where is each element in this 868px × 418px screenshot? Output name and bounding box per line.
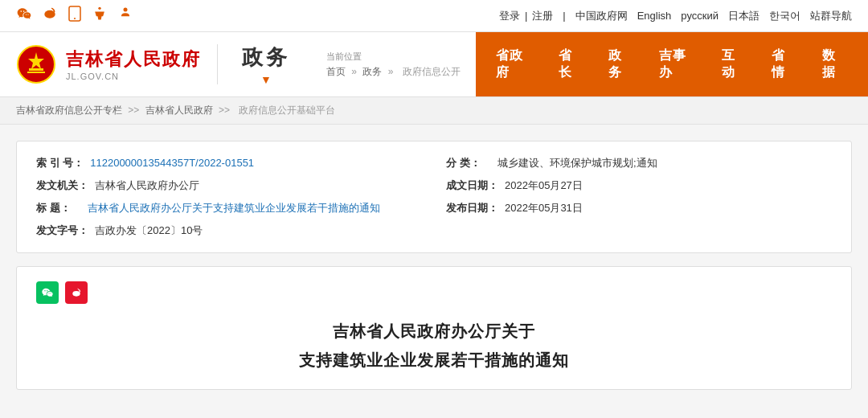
- english-link[interactable]: English: [637, 10, 672, 22]
- index-value[interactable]: 11220000013544357T/2022-01551: [90, 157, 254, 169]
- doc-title-line2: 支持建筑业企业发展若干措施的通知: [36, 346, 832, 375]
- docnum-value: 吉政办发〔2022〕10号: [95, 223, 203, 238]
- wechat-icon[interactable]: [16, 6, 32, 26]
- share-wechat-button[interactable]: [36, 281, 59, 304]
- second-breadcrumb-bar: 吉林省政府信息公开专栏 >> 吉林省人民政府 >> 政府信息公开基础平台: [0, 96, 868, 125]
- date-label: 成文日期：: [446, 178, 498, 193]
- doc-share-icons: [36, 281, 832, 304]
- second-breadcrumb-item1[interactable]: 吉林省政府信息公开专栏: [16, 104, 122, 116]
- category-row: 分 类： 城乡建设、环境保护城市规划;通知: [446, 156, 832, 170]
- weibo-icon[interactable]: [42, 6, 58, 26]
- nav-item-data[interactable]: 数据: [810, 32, 860, 96]
- breadcrumb-item2: 政府信息公开: [403, 66, 461, 77]
- divider1: |: [525, 10, 527, 22]
- nav-item-province-gov[interactable]: 省政府: [484, 32, 547, 96]
- second-breadcrumb-item2[interactable]: 吉林省人民政府: [145, 104, 213, 116]
- category-value: 城乡建设、环境保护城市规划;通知: [497, 156, 657, 170]
- logo-subtitle: JL.GOV.CN: [66, 72, 201, 81]
- category-label: 分 类：: [446, 156, 491, 170]
- doc-title-line1: 吉林省人民政府办公厅关于: [36, 317, 832, 346]
- zhengwu-text: 政务: [242, 43, 290, 72]
- second-breadcrumb-sep1: >>: [128, 104, 139, 116]
- breadcrumb-home[interactable]: 首页: [326, 66, 346, 77]
- publish-label: 发布日期：: [446, 201, 498, 215]
- logo-title: 吉林省人民政府: [66, 47, 201, 72]
- info-card: 索 引 号： 11220000013544357T/2022-01551 分 类…: [16, 141, 852, 253]
- nav-item-zhengwu[interactable]: 政务: [596, 32, 646, 96]
- nav-item-governor[interactable]: 省长: [547, 32, 596, 96]
- breadcrumb-item1[interactable]: 政务: [362, 66, 382, 77]
- orange-nav: 省政府 省长 政务 吉事办 互动 省情 数据: [476, 32, 868, 96]
- breadcrumb-nav: 首页 » 政务 » 政府信息公开: [326, 65, 464, 79]
- header-breadcrumb: 当前位置 首页 » 政务 » 政府信息公开: [314, 32, 476, 96]
- nav-item-shengqing[interactable]: 省情: [760, 32, 809, 96]
- title-value[interactable]: 吉林省人民政府办公厅关于支持建筑业企业发展若干措施的通知: [88, 201, 380, 215]
- title-label: 标 题：: [36, 201, 81, 215]
- docnum-label: 发文字号：: [36, 223, 88, 238]
- sender-value: 吉林省人民政府办公厅: [95, 178, 199, 193]
- main-content: 索 引 号： 11220000013544357T/2022-01551 分 类…: [0, 125, 868, 406]
- info-grid: 索 引 号： 11220000013544357T/2022-01551 分 类…: [36, 156, 832, 238]
- title-row: 标 题： 吉林省人民政府办公厅关于支持建筑业企业发展若干措施的通知: [36, 201, 422, 215]
- share-weibo-button[interactable]: [65, 281, 88, 304]
- top-bar-right: 登录 | 注册 | 中国政府网 English русский 日本語 한국어 …: [499, 9, 852, 23]
- docnum-row: 发文字号： 吉政办发〔2022〕10号: [36, 223, 422, 238]
- japanese-link[interactable]: 日本語: [728, 9, 760, 23]
- svg-point-0: [44, 10, 55, 18]
- sender-row: 发文机关： 吉林省人民政府办公厅: [36, 178, 422, 193]
- index-label: 索 引 号：: [36, 156, 84, 170]
- breadcrumb-sep2: »: [388, 66, 396, 77]
- siteguide-link[interactable]: 站群导航: [810, 9, 852, 23]
- second-breadcrumb-sep2: >>: [219, 104, 230, 116]
- nav-item-jishiban[interactable]: 吉事办: [647, 32, 710, 96]
- mobile-icon[interactable]: [68, 6, 82, 26]
- top-bar-icons: [16, 6, 133, 26]
- svg-rect-8: [27, 72, 45, 73]
- doc-card: 吉林省人民政府办公厅关于 支持建筑业企业发展若干措施的通知: [16, 266, 852, 390]
- header-zhengwu: 政务 ▼: [218, 32, 314, 96]
- svg-point-4: [124, 8, 128, 12]
- doc-title: 吉林省人民政府办公厅关于 支持建筑业企业发展若干措施的通知: [36, 317, 832, 375]
- svg-point-9: [72, 291, 80, 297]
- breadcrumb-sep1: »: [351, 66, 359, 77]
- accessibility-icon[interactable]: [92, 6, 108, 26]
- baby-icon[interactable]: [117, 6, 133, 26]
- national-emblem-icon: [16, 44, 56, 84]
- gov-cn-link[interactable]: 中国政府网: [575, 9, 628, 23]
- russian-link[interactable]: русский: [681, 10, 719, 22]
- divider2: |: [563, 10, 565, 22]
- publish-value: 2022年05月31日: [505, 201, 583, 215]
- index-row: 索 引 号： 11220000013544357T/2022-01551: [36, 156, 422, 170]
- header: 吉林省人民政府 JL.GOV.CN 政务 ▼ 当前位置 首页 » 政务 » 政府…: [0, 32, 868, 96]
- korean-link[interactable]: 한국어: [769, 9, 800, 23]
- svg-point-3: [98, 7, 100, 10]
- header-logo: 吉林省人民政府 JL.GOV.CN: [0, 32, 217, 96]
- current-position-label: 当前位置: [326, 51, 464, 63]
- sender-label: 发文机关：: [36, 178, 88, 193]
- second-breadcrumb-item3: 政府信息公开基础平台: [239, 104, 335, 116]
- register-link[interactable]: 注册: [532, 9, 553, 23]
- top-bar: 登录 | 注册 | 中国政府网 English русский 日本語 한국어 …: [0, 0, 868, 32]
- date-row: 成文日期： 2022年05月27日: [446, 178, 832, 193]
- svg-point-2: [74, 18, 76, 19]
- nav-item-hudong[interactable]: 互动: [710, 32, 760, 96]
- svg-rect-7: [29, 68, 43, 71]
- zhengwu-arrow-icon: ▼: [260, 73, 272, 86]
- login-link[interactable]: 登录: [499, 9, 520, 23]
- publish-row: 发布日期： 2022年05月31日: [446, 201, 832, 215]
- logo-text: 吉林省人民政府 JL.GOV.CN: [66, 47, 201, 81]
- date-value: 2022年05月27日: [505, 178, 583, 193]
